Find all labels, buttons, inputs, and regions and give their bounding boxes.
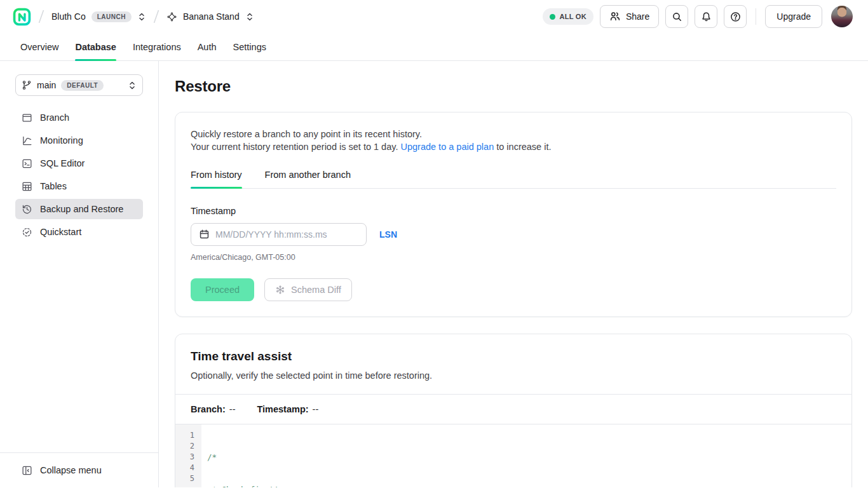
sidebar-item-branch[interactable]: Branch — [15, 107, 143, 128]
bell-icon — [701, 11, 712, 22]
line-number: 3 — [175, 452, 194, 463]
git-branch-icon — [22, 80, 32, 90]
code-line: /* — [207, 452, 705, 463]
schema-diff-label: Schema Diff — [291, 285, 341, 295]
branch-meta: Branch: -- — [191, 404, 235, 414]
breadcrumb-separator — [153, 8, 160, 25]
notifications-button[interactable] — [695, 5, 717, 28]
branch-selector[interactable]: main DEFAULT — [15, 74, 143, 96]
default-branch-badge: DEFAULT — [61, 80, 104, 91]
line-numbers-gutter: 1 2 3 4 5 — [175, 424, 201, 487]
lsn-link[interactable]: LSN — [379, 229, 397, 240]
chevron-up-down-icon — [128, 81, 137, 90]
table-icon — [22, 181, 32, 192]
line-number: 5 — [175, 473, 194, 484]
search-icon — [672, 11, 682, 22]
status-ok-dot — [550, 14, 555, 20]
help-button[interactable] — [724, 5, 747, 28]
timestamp-meta: Timestamp: -- — [257, 404, 318, 414]
upgrade-label: Upgrade — [776, 11, 811, 22]
org-plan-badge: LAUNCH — [92, 11, 132, 22]
timestamp-field-label: Timestamp — [191, 206, 836, 216]
schema-diff-icon — [275, 285, 285, 295]
branch-meta-value: -- — [229, 404, 236, 414]
tab-settings[interactable]: Settings — [233, 33, 266, 60]
timestamp-meta-label: Timestamp: — [257, 404, 308, 414]
sidebar-item-quickstart[interactable]: Quickstart — [15, 222, 143, 242]
neon-logo[interactable] — [13, 8, 31, 26]
restore-source-tabs: From history From another branch — [191, 170, 836, 189]
sidebar-item-label: Quickstart — [40, 227, 81, 237]
upgrade-button[interactable]: Upgrade — [765, 5, 822, 28]
sidebar-item-label: Tables — [40, 181, 67, 191]
time-travel-title: Time travel assist — [191, 349, 836, 363]
timestamp-input[interactable] — [215, 229, 358, 240]
timestamp-meta-value: -- — [313, 404, 319, 414]
tab-overview[interactable]: Overview — [20, 33, 58, 60]
history-clock-icon — [22, 204, 32, 215]
tab-integrations[interactable]: Integrations — [133, 33, 181, 60]
sql-editor-area[interactable]: 1 2 3 4 5 /* * Check first! * Run read-o… — [175, 424, 851, 487]
org-selector[interactable]: Bluth Co LAUNCH — [51, 11, 146, 22]
line-number: 2 — [175, 441, 194, 452]
sidebar-item-label: Branch — [40, 112, 69, 123]
main-content: Restore Quickly restore a branch to any … — [159, 61, 868, 487]
avatar[interactable] — [831, 6, 853, 27]
branch-meta-label: Branch: — [191, 404, 226, 414]
search-button[interactable] — [665, 5, 688, 28]
project-selector[interactable]: Banana Stand — [166, 11, 254, 22]
time-travel-subtitle: Optionally, verify the selected point in… — [191, 370, 836, 381]
restore-description-line2: Your current history retention period is… — [191, 140, 836, 153]
panel-collapse-icon — [22, 465, 32, 476]
org-name: Bluth Co — [51, 11, 86, 22]
sidebar-item-monitoring[interactable]: Monitoring — [15, 130, 143, 151]
chevron-up-down-icon — [245, 12, 254, 22]
project-diamond-icon — [166, 11, 177, 22]
sidebar-item-label: SQL Editor — [40, 158, 85, 168]
code-line: * Check first! — [207, 484, 705, 487]
calendar-icon — [199, 229, 210, 240]
tab-database[interactable]: Database — [75, 33, 116, 60]
app-window-icon — [22, 112, 32, 123]
sidebar-item-sql-editor[interactable]: SQL Editor — [15, 153, 143, 173]
share-button[interactable]: Share — [600, 5, 659, 28]
app-header: Bluth Co LAUNCH — [0, 0, 868, 61]
line-number: 4 — [175, 463, 194, 473]
time-travel-meta-row: Branch: -- Timestamp: -- — [175, 394, 851, 424]
schema-diff-button[interactable]: Schema Diff — [264, 278, 352, 301]
upgrade-plan-link[interactable]: Upgrade to a paid plan — [400, 142, 494, 152]
tab-from-history[interactable]: From history — [191, 170, 242, 188]
branch-name: main — [37, 80, 56, 90]
header-top-row: Bluth Co LAUNCH — [0, 0, 868, 33]
timezone-text: America/Chicago, GMT-05:00 — [191, 253, 836, 262]
header-divider — [756, 8, 756, 25]
tab-from-another-branch[interactable]: From another branch — [265, 170, 351, 188]
sidebar: main DEFAULT Branch — [0, 61, 159, 487]
chart-curve-icon — [22, 135, 32, 146]
time-travel-assist-card: Time travel assist Optionally, verify th… — [175, 334, 852, 487]
code-content: /* * Check first! * Run read-only querie… — [201, 424, 705, 487]
primary-nav-tabs: Overview Database Integrations Auth Sett… — [0, 33, 868, 61]
collapse-menu-label: Collapse menu — [40, 465, 102, 475]
collapse-menu-button[interactable]: Collapse menu — [0, 452, 158, 487]
proceed-button[interactable]: Proceed — [191, 278, 254, 301]
project-name: Banana Stand — [183, 11, 240, 22]
sidebar-item-label: Backup and Restore — [40, 204, 123, 214]
sidebar-item-tables[interactable]: Tables — [15, 176, 143, 196]
share-label: Share — [626, 11, 649, 22]
restore-description-line1: Quickly restore a branch to any point in… — [191, 128, 836, 140]
sidebar-item-backup-and-restore[interactable]: Backup and Restore — [15, 199, 143, 219]
tab-auth[interactable]: Auth — [198, 33, 217, 60]
retention-text: Your current history retention period is… — [191, 142, 400, 152]
restore-card: Quickly restore a branch to any point in… — [175, 112, 852, 317]
people-icon — [609, 11, 621, 22]
question-mark-icon — [730, 11, 741, 22]
chevron-up-down-icon — [137, 12, 146, 22]
status-badge[interactable]: ALL OK — [543, 8, 593, 25]
timestamp-input-wrapper — [191, 223, 367, 246]
status-label: ALL OK — [559, 13, 587, 20]
dashed-check-circle-icon — [22, 227, 32, 238]
line-number: 1 — [175, 430, 194, 441]
page-title: Restore — [175, 78, 852, 95]
breadcrumb-separator — [37, 8, 45, 25]
